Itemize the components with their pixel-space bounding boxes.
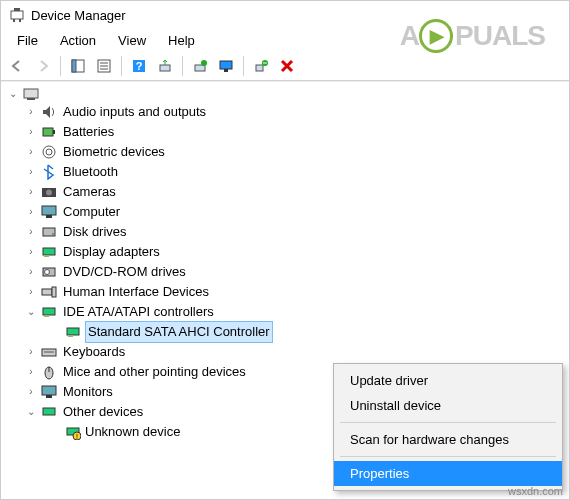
svg-rect-38	[43, 308, 55, 315]
svg-rect-20	[24, 89, 38, 98]
node-label: Cameras	[61, 182, 118, 202]
tree-node-computer[interactable]: › Computer	[7, 202, 569, 222]
node-label: Display adapters	[61, 242, 162, 262]
svg-rect-48	[43, 408, 55, 415]
chevron-right-icon[interactable]: ›	[25, 186, 37, 198]
watermark: A ▶ PUALS	[400, 19, 545, 53]
tree-node-audio[interactable]: › Audio inputs and outputs	[7, 102, 569, 122]
node-label: Audio inputs and outputs	[61, 102, 208, 122]
chevron-right-icon[interactable]: ›	[25, 226, 37, 238]
node-label: Bluetooth	[61, 162, 120, 182]
update-button[interactable]	[188, 55, 212, 77]
computer-icon	[23, 86, 39, 102]
node-label: Batteries	[61, 122, 116, 142]
svg-rect-16	[224, 69, 228, 72]
chevron-right-icon[interactable]: ›	[25, 266, 37, 278]
node-label: IDE ATA/ATAPI controllers	[61, 302, 216, 322]
uninstall-button[interactable]	[249, 55, 273, 77]
remove-button[interactable]	[275, 55, 299, 77]
svg-rect-47	[46, 395, 52, 398]
menu-help[interactable]: Help	[158, 31, 205, 50]
keyboard-icon	[41, 344, 57, 360]
props-button[interactable]	[92, 55, 116, 77]
menu-action[interactable]: Action	[50, 31, 106, 50]
tree-node-keyboards[interactable]: › Keyboards	[7, 342, 569, 362]
chevron-right-icon[interactable]: ›	[25, 166, 37, 178]
chevron-down-icon[interactable]: ⌄	[25, 406, 37, 418]
svg-rect-21	[27, 98, 35, 100]
svg-point-25	[46, 149, 52, 155]
separator	[60, 56, 61, 76]
audio-icon	[41, 104, 57, 120]
window-title: Device Manager	[31, 8, 126, 23]
tree-node-display[interactable]: › Display adapters	[7, 242, 569, 262]
camera-icon	[41, 184, 57, 200]
node-label: Mice and other pointing devices	[61, 362, 248, 382]
chevron-right-icon[interactable]: ›	[25, 106, 37, 118]
chevron-right-icon[interactable]: ›	[25, 126, 37, 138]
help-button[interactable]: ?	[127, 55, 151, 77]
svg-point-27	[46, 190, 52, 196]
svg-text:!: !	[76, 433, 78, 440]
chevron-right-icon[interactable]: ›	[25, 246, 37, 258]
svg-rect-5	[72, 60, 76, 72]
svg-point-14	[201, 60, 207, 66]
tree-node-ide[interactable]: ⌄ IDE ATA/ATAPI controllers	[7, 302, 569, 322]
context-menu: Update driver Uninstall device Scan for …	[333, 363, 563, 491]
svg-rect-3	[19, 19, 21, 22]
menu-file[interactable]: File	[7, 31, 48, 50]
node-label: Monitors	[61, 382, 115, 402]
chevron-right-icon[interactable]: ›	[25, 206, 37, 218]
svg-rect-1	[14, 8, 20, 11]
chevron-down-icon[interactable]: ⌄	[7, 88, 19, 100]
svg-rect-36	[42, 289, 52, 295]
node-label: DVD/CD-ROM drives	[61, 262, 188, 282]
show-tree-button[interactable]	[66, 55, 90, 77]
controller-icon	[41, 304, 57, 320]
disk-icon	[41, 224, 57, 240]
computer-icon	[41, 204, 57, 220]
svg-rect-39	[44, 315, 49, 317]
svg-rect-32	[43, 248, 55, 255]
scan-button[interactable]	[153, 55, 177, 77]
chevron-right-icon[interactable]: ›	[25, 346, 37, 358]
hid-icon	[41, 284, 57, 300]
ctx-uninstall-device[interactable]: Uninstall device	[334, 393, 562, 418]
tree-child-sata[interactable]: Standard SATA AHCI Controller	[7, 322, 569, 342]
ctx-update-driver[interactable]: Update driver	[334, 368, 562, 393]
node-label: Keyboards	[61, 342, 127, 362]
separator	[340, 456, 556, 457]
chevron-right-icon[interactable]: ›	[25, 386, 37, 398]
back-button[interactable]	[5, 55, 29, 77]
chevron-down-icon[interactable]: ⌄	[25, 306, 37, 318]
svg-rect-23	[53, 130, 55, 134]
tree-node-disk[interactable]: › Disk drives	[7, 222, 569, 242]
monitor-button[interactable]	[214, 55, 238, 77]
watermark-a: A	[400, 20, 419, 52]
watermark-text: PUALS	[455, 20, 545, 52]
tree-node-cameras[interactable]: › Cameras	[7, 182, 569, 202]
tree-node-biometric[interactable]: › Biometric devices	[7, 142, 569, 162]
svg-rect-29	[46, 215, 52, 218]
tree-root[interactable]: ⌄	[7, 86, 569, 102]
svg-point-35	[45, 270, 50, 275]
forward-button[interactable]	[31, 55, 55, 77]
ctx-properties[interactable]: Properties	[334, 461, 562, 486]
tree-node-dvd[interactable]: › DVD/CD-ROM drives	[7, 262, 569, 282]
mouse-icon	[41, 364, 57, 380]
svg-rect-17	[256, 65, 263, 71]
tree-node-hid[interactable]: › Human Interface Devices	[7, 282, 569, 302]
svg-rect-37	[52, 287, 56, 297]
svg-rect-33	[44, 255, 49, 257]
svg-rect-22	[43, 128, 53, 136]
chevron-right-icon[interactable]: ›	[25, 146, 37, 158]
ctx-scan-hardware[interactable]: Scan for hardware changes	[334, 427, 562, 452]
svg-rect-46	[42, 386, 56, 395]
display-adapter-icon	[41, 244, 57, 260]
tree-node-batteries[interactable]: › Batteries	[7, 122, 569, 142]
dvd-icon	[41, 264, 57, 280]
chevron-right-icon[interactable]: ›	[25, 286, 37, 298]
menu-view[interactable]: View	[108, 31, 156, 50]
chevron-right-icon[interactable]: ›	[25, 366, 37, 378]
tree-node-bluetooth[interactable]: › Bluetooth	[7, 162, 569, 182]
